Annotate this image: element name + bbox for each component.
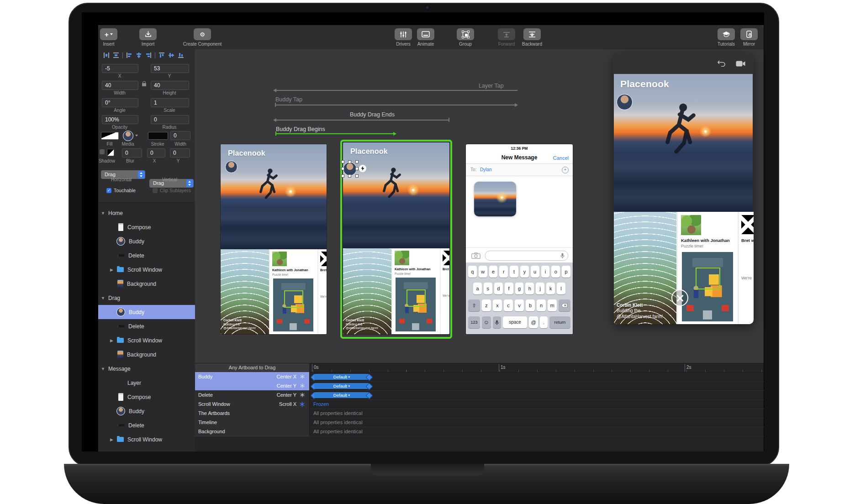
camera-icon[interactable] <box>471 252 480 259</box>
scroll-window[interactable]: Corbin Klett Building the @AtlantaHarves… <box>221 249 327 334</box>
key-m[interactable]: m <box>548 299 557 311</box>
disclosure-right-icon[interactable]: ▶ <box>110 437 115 442</box>
backward-button[interactable] <box>523 28 541 40</box>
clip-sublayers-checkbox[interactable] <box>153 188 158 193</box>
bret-card[interactable]: Bret w We're <box>317 249 327 334</box>
key-z[interactable]: z <box>482 299 491 311</box>
key-e[interactable]: e <box>489 266 498 278</box>
media-thumbnail[interactable] <box>123 131 133 141</box>
photo-attachment[interactable] <box>474 182 516 216</box>
shadow-color-swatch[interactable] <box>107 149 114 156</box>
key-i[interactable]: i <box>541 266 550 278</box>
layer-buddy[interactable]: Buddy <box>98 234 195 248</box>
layer-scroll-window[interactable]: ▶ Scroll Window <box>98 333 195 347</box>
y-field[interactable]: 53 <box>151 64 189 73</box>
group-button[interactable] <box>457 28 474 40</box>
key-v[interactable]: v <box>515 299 524 311</box>
key-p[interactable]: p <box>562 266 570 278</box>
timeline-row-delete-center-y[interactable]: Delete Center Y Default ▾ <box>195 390 764 399</box>
keyframe-bar[interactable]: Default ▾ <box>311 374 372 380</box>
key-r[interactable]: r <box>499 266 508 278</box>
key-s[interactable]: s <box>484 283 492 294</box>
row-name-cell[interactable]: The Artboards <box>195 409 309 418</box>
layer-buddy[interactable]: Buddy <box>98 404 195 418</box>
x-field[interactable]: -5 <box>102 64 138 73</box>
create-component-button[interactable]: ⚙ <box>194 28 211 40</box>
recipient-chip[interactable]: Dylan <box>480 167 492 172</box>
bret-card[interactable]: Bret w We're <box>440 248 449 334</box>
distribute-vertical-icon[interactable] <box>113 52 119 58</box>
row-track[interactable]: Default ▾ <box>309 372 764 382</box>
kathleen-card[interactable]: Kathleen with Jonathan Puzzle time! <box>269 249 317 334</box>
scroll-window[interactable]: Corbin Klett Building the @AtlantaHarves… <box>343 248 449 334</box>
layer-scroll-window[interactable]: ▶ Scroll Window <box>98 432 195 446</box>
key-n[interactable]: n <box>537 299 546 311</box>
drivers-button[interactable] <box>395 28 412 40</box>
timeline-row-the-artboards[interactable]: The Artboards All properties identical <box>195 409 764 418</box>
blur-field[interactable]: 0 <box>122 148 142 158</box>
timeline-interaction-header[interactable]: Any Artboard to Drag <box>195 363 309 373</box>
layer-background[interactable]: Background <box>98 277 195 291</box>
timeline-row-background[interactable]: Background All properties identical <box>195 427 764 436</box>
to-row[interactable]: To: Dylan + <box>466 164 573 176</box>
key-q[interactable]: q <box>468 266 477 278</box>
row-name-cell[interactable]: Scroll Window Scroll X <box>195 399 309 409</box>
row-track[interactable]: All properties identical <box>309 418 764 427</box>
align-bottom-icon[interactable] <box>178 52 184 58</box>
disclosure-right-icon[interactable]: ▶ <box>110 338 115 343</box>
import-button[interactable] <box>139 28 157 40</box>
key-y[interactable]: y <box>520 266 529 278</box>
message-input[interactable] <box>485 251 568 261</box>
corbin-card[interactable]: Corbin Klett Building the @AtlantaHarves… <box>343 248 391 334</box>
freeze-icon[interactable] <box>300 374 305 379</box>
layer-delete[interactable]: Delete <box>98 319 195 333</box>
selection-handle[interactable] <box>348 174 351 178</box>
keyframe-value[interactable]: Default ▾ <box>314 392 369 398</box>
scale-field[interactable]: 1 <box>151 98 189 107</box>
selection-handle[interactable] <box>355 160 359 163</box>
selection-handle[interactable] <box>355 167 359 170</box>
height-field[interactable]: 40 <box>151 81 189 90</box>
shadow-y-field[interactable]: 0 <box>170 148 190 158</box>
period-key[interactable]: . <box>540 316 548 328</box>
layer-group-home[interactable]: ▼ Home <box>98 206 195 220</box>
align-center-vertical-icon[interactable] <box>168 52 174 58</box>
add-contact-button[interactable]: + <box>562 167 569 173</box>
touchable-checkbox[interactable]: ✓ <box>106 188 111 193</box>
align-top-icon[interactable] <box>158 52 165 58</box>
keyframe-bar[interactable]: Default ▾ <box>311 392 372 398</box>
disclosure-down-icon[interactable]: ▼ <box>101 367 106 371</box>
align-center-horizontal-icon[interactable] <box>136 52 142 58</box>
key-c[interactable]: c <box>504 299 513 311</box>
selection-handle[interactable] <box>341 167 344 170</box>
mic-icon[interactable] <box>560 253 565 258</box>
space-key[interactable]: space <box>503 316 527 328</box>
layer-delete[interactable]: Delete <box>98 418 195 432</box>
radius-field[interactable]: 0 <box>151 115 189 124</box>
timeline-row-buddy-center-x[interactable]: Buddy Center X Default ▾ <box>195 372 764 381</box>
at-key[interactable]: @ <box>529 316 538 328</box>
align-left-icon[interactable] <box>126 52 132 58</box>
layer-delete[interactable]: Delete <box>98 248 195 262</box>
key-h[interactable]: h <box>525 283 534 294</box>
timeline-ruler[interactable]: 0s 1s 2s <box>309 363 764 373</box>
layer-layer[interactable]: Layer <box>98 376 195 390</box>
lock-aspect-icon[interactable] <box>142 83 146 86</box>
angle-field[interactable]: 0° <box>102 98 138 107</box>
row-name-cell[interactable]: Center Y <box>195 381 309 391</box>
freeze-icon[interactable] <box>300 402 305 407</box>
key-t[interactable]: t <box>510 266 518 278</box>
key-w[interactable]: w <box>479 266 487 278</box>
timeline-row-timeline[interactable]: Timeline All properties identical <box>195 418 764 427</box>
artboard-drag[interactable]: Placenook Corbin Klett Building the @Atl… <box>343 142 449 334</box>
row-name-cell[interactable]: Background <box>195 427 309 436</box>
key-j[interactable]: j <box>536 283 544 294</box>
shadow-checkbox[interactable] <box>100 149 105 154</box>
disclosure-right-icon[interactable]: ▶ <box>110 268 115 272</box>
key-b[interactable]: b <box>526 299 535 311</box>
bret-card[interactable]: Bret w We're <box>738 212 754 324</box>
freeze-icon[interactable] <box>300 393 305 397</box>
keyframe-value[interactable]: Default ▾ <box>314 383 369 389</box>
backspace-key[interactable] <box>559 299 570 311</box>
width-field[interactable]: 40 <box>102 81 138 90</box>
